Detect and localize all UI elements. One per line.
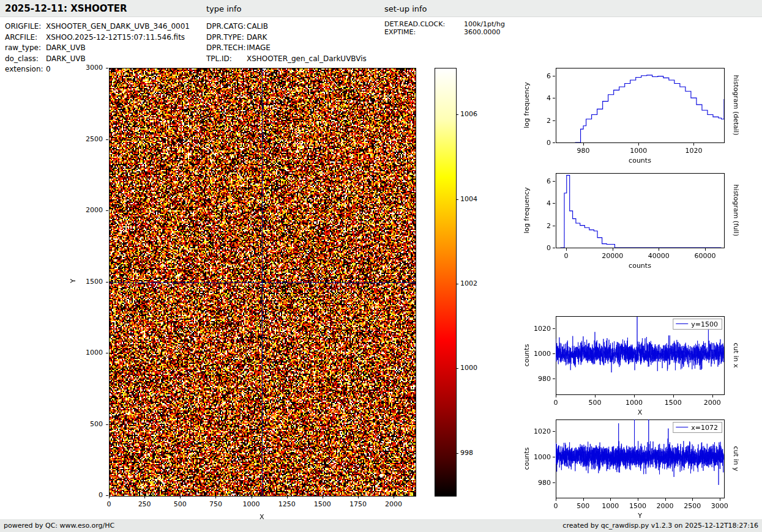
- metadata-label: ORIGFILE:: [5, 21, 46, 32]
- y-tick-label: 0: [70, 491, 103, 499]
- header-bar: 2025-12-11: XSHOOTER type info set-up in…: [0, 0, 762, 17]
- metadata-setup-block: DET.READ.CLOCK:100k/1pt/hgEXPTIME:3600.0…: [384, 20, 505, 36]
- metadata-label: raw_type:: [5, 43, 46, 54]
- metadata-label: TPL.ID:: [206, 54, 247, 65]
- x-tick-mark: [323, 496, 323, 498]
- metadata-value: 0: [46, 64, 51, 75]
- x-tick-label: 250: [138, 500, 151, 508]
- x-tick-label: 1250: [278, 500, 296, 508]
- metadata-label: ARCFILE:: [5, 32, 46, 43]
- metadata-label: extension:: [5, 64, 46, 75]
- cut-in-y-canvas: [520, 414, 762, 521]
- metadata-value: DARK_UVB: [46, 43, 86, 54]
- y-tick-label: 500: [70, 420, 103, 428]
- x-tick-mark: [287, 496, 288, 498]
- y-tick-mark: [106, 282, 108, 283]
- metadata-value: XSHOOTER_GEN_DARK_UVB_346_0001: [46, 21, 190, 32]
- y-tick-label: 2500: [70, 135, 103, 143]
- metadata-type-block: DPR.CATG:CALIBDPR.TYPE:DARKDPR.TECH:IMAG…: [206, 21, 367, 64]
- x-tick-label: 1500: [314, 500, 331, 508]
- y-axis-label: Y: [69, 279, 77, 283]
- crosshair-horizontal-line: [110, 283, 416, 283]
- metadata-label: DPR.CATG:: [206, 21, 247, 32]
- metadata-value: 100k/1pt/hg: [464, 20, 505, 28]
- metadata-value: DARK_UVB: [46, 54, 86, 65]
- x-tick-label: 750: [209, 500, 222, 508]
- metadata-label: DPR.TECH:: [206, 43, 247, 54]
- metadata-row: ARCFILE:XSHOO.2025-12-12T15:07:11.546.fi…: [5, 32, 190, 43]
- x-tick-mark: [109, 496, 110, 498]
- metadata-row: DET.READ.CLOCK:100k/1pt/hg: [384, 20, 505, 28]
- metadata-row: EXPTIME:3600.0000: [384, 28, 505, 36]
- x-tick-label: 2000: [385, 500, 402, 508]
- colorbar-tick-label: 1006: [460, 110, 477, 118]
- metadata-value: IMAGE: [247, 43, 271, 54]
- metadata-row: do_class:DARK_UVB: [5, 54, 190, 65]
- x-tick-mark: [215, 496, 216, 498]
- y-tick-label: 2000: [70, 206, 103, 214]
- x-tick-label: 500: [174, 500, 187, 508]
- footer-left-text: powered by QC: www.eso.org/HC: [4, 519, 114, 532]
- y-tick-mark: [106, 495, 108, 496]
- footer-bar: powered by QC: www.eso.org/HC created by…: [0, 519, 762, 532]
- metadata-row: DPR.TYPE:DARK: [206, 32, 367, 43]
- x-tick-mark: [252, 496, 252, 498]
- y-tick-mark: [106, 139, 108, 140]
- raw-image-plot: [109, 68, 416, 497]
- histogram-full-canvas: [520, 169, 762, 276]
- metadata-label: EXPTIME:: [384, 28, 464, 36]
- metadata-value: XSHOOTER_gen_cal_DarkUVBVis: [247, 54, 367, 65]
- footer-right-text: created by qc_rawdisp.py v1.2.3 on 2025-…: [562, 519, 758, 532]
- x-tick-mark: [358, 496, 359, 498]
- metadata-row: DPR.TECH:IMAGE: [206, 43, 367, 54]
- page-title: 2025-12-11: XSHOOTER: [5, 3, 127, 14]
- y-tick-mark: [106, 424, 108, 425]
- histogram-detail-canvas: [520, 64, 762, 171]
- metadata-row: TPL.ID:XSHOOTER_gen_cal_DarkUVBVis: [206, 54, 367, 65]
- x-tick-mark: [180, 496, 181, 498]
- y-tick-mark: [106, 210, 108, 211]
- metadata-label: DPR.TYPE:: [206, 32, 247, 43]
- colorbar-tick-label: 1000: [460, 364, 477, 372]
- type-info-heading: type info: [206, 4, 242, 13]
- metadata-value: XSHOO.2025-12-12T15:07:11.546.fits: [46, 32, 185, 43]
- metadata-value: CALIB: [247, 21, 268, 32]
- cut-in-x-canvas: [520, 311, 762, 418]
- setup-info-heading: set-up info: [384, 4, 427, 13]
- colorbar-tick-label: 998: [460, 449, 473, 457]
- x-tick-mark: [144, 496, 145, 498]
- metadata-row: ORIGFILE:XSHOOTER_GEN_DARK_UVB_346_0001: [5, 21, 190, 32]
- metadata-value: 3600.0000: [464, 28, 501, 36]
- x-tick-label: 1000: [243, 500, 260, 508]
- colorbar-tick-label: 1004: [460, 195, 477, 203]
- metadata-row: DPR.CATG:CALIB: [206, 21, 367, 32]
- metadata-value: DARK: [247, 32, 267, 43]
- colorbar-tick-label: 1002: [460, 279, 477, 287]
- y-tick-label: 3000: [70, 64, 103, 72]
- x-tick-label: 0: [107, 500, 111, 508]
- metadata-label: DET.READ.CLOCK:: [384, 20, 464, 28]
- metadata-row: raw_type:DARK_UVB: [5, 43, 190, 54]
- y-tick-mark: [106, 353, 108, 353]
- x-tick-label: 1750: [349, 500, 367, 508]
- y-tick-label: 1000: [70, 349, 103, 357]
- colorbar: [435, 68, 457, 497]
- x-tick-mark: [394, 496, 394, 498]
- metadata-label: do_class:: [5, 54, 46, 65]
- y-tick-mark: [106, 68, 108, 68]
